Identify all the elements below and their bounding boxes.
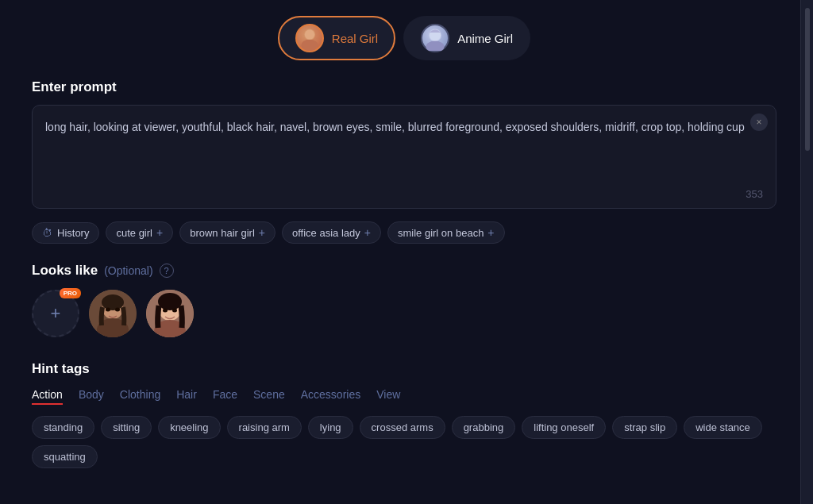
- hint-pills-row: standing sitting kneeling raising arm ly…: [32, 416, 776, 468]
- hint-pill-strap-slip[interactable]: strap slip: [612, 416, 677, 439]
- scrollbar[interactable]: [800, 0, 813, 504]
- hint-pill-lifting-oneself[interactable]: lifting oneself: [522, 416, 606, 439]
- tag-office-asia-label: office asia lady: [292, 227, 360, 239]
- tag-office-asia-plus: +: [364, 226, 371, 239]
- hint-category-hair[interactable]: Hair: [176, 388, 197, 405]
- real-girl-label: Real Girl: [332, 32, 378, 45]
- add-face-button[interactable]: PRO +: [32, 290, 79, 337]
- clock-icon: ⏱: [42, 227, 52, 239]
- char-count: 353: [45, 188, 763, 200]
- pro-badge: PRO: [60, 288, 81, 298]
- svg-point-10: [106, 308, 110, 312]
- tag-brown-hair-plus: +: [259, 226, 265, 239]
- svg-point-11: [115, 308, 120, 312]
- hint-pill-kneeling[interactable]: kneeling: [158, 416, 220, 439]
- history-tag[interactable]: ⏱ History: [32, 222, 99, 244]
- tag-cute-girl-label: cute girl: [116, 227, 152, 239]
- hint-category-clothing[interactable]: Clothing: [120, 388, 160, 405]
- looks-like-header: Looks like (Optional) ?: [32, 263, 776, 279]
- svg-point-16: [163, 309, 168, 313]
- hint-category-view[interactable]: View: [376, 388, 400, 405]
- tag-smile-girl-beach[interactable]: smile girl on beach +: [387, 221, 505, 244]
- looks-like-title: Looks like: [32, 263, 98, 279]
- hint-category-body[interactable]: Body: [79, 388, 104, 405]
- add-face-plus-icon: +: [51, 303, 61, 324]
- prompt-clear-button[interactable]: ×: [750, 113, 768, 131]
- svg-point-9: [102, 294, 124, 310]
- looks-like-optional: (Optional): [104, 264, 152, 277]
- hint-pill-wide-stance[interactable]: wide stance: [684, 416, 762, 439]
- svg-point-17: [172, 309, 177, 313]
- svg-point-15: [158, 293, 182, 310]
- tag-office-asia-lady[interactable]: office asia lady +: [282, 221, 381, 244]
- tag-brown-hair-label: brown hair girl: [190, 227, 255, 239]
- tag-smile-girl-label: smile girl on beach: [398, 227, 484, 239]
- tag-cute-girl[interactable]: cute girl +: [106, 221, 173, 244]
- hint-category-action[interactable]: Action: [32, 388, 63, 405]
- hint-category-face[interactable]: Face: [213, 388, 237, 405]
- svg-point-2: [305, 29, 314, 39]
- prompt-textarea[interactable]: long hair, looking at viewer, youthful, …: [45, 118, 763, 182]
- hint-pill-standing[interactable]: standing: [32, 416, 94, 439]
- tag-brown-hair-girl[interactable]: brown hair girl +: [179, 221, 275, 244]
- hint-pill-lying[interactable]: lying: [308, 416, 353, 439]
- tab-real-girl[interactable]: Real Girl: [278, 16, 395, 60]
- hint-pill-sitting[interactable]: sitting: [101, 416, 152, 439]
- scrollbar-thumb[interactable]: [805, 8, 810, 151]
- anime-girl-avatar: [421, 24, 449, 52]
- anime-girl-label: Anime Girl: [457, 32, 513, 45]
- history-label: History: [57, 227, 89, 239]
- hint-categories: Action Body Clothing Hair Face Scene Acc…: [32, 388, 776, 405]
- face-avatar-1[interactable]: [89, 290, 137, 337]
- prompt-section-title: Enter prompt: [32, 79, 776, 95]
- hint-pill-grabbing[interactable]: grabbing: [452, 416, 516, 439]
- hint-pill-raising-arm[interactable]: raising arm: [227, 416, 302, 439]
- prompt-container: × long hair, looking at viewer, youthful…: [32, 105, 776, 209]
- faces-row: PRO +: [32, 290, 776, 337]
- hint-pill-crossed-arms[interactable]: crossed arms: [360, 416, 445, 439]
- mode-tabs: Real Girl Anime Girl: [32, 16, 776, 60]
- svg-point-4: [426, 41, 445, 51]
- hint-pill-squatting[interactable]: squatting: [32, 445, 98, 468]
- help-icon[interactable]: ?: [160, 264, 174, 278]
- svg-point-1: [301, 40, 318, 51]
- real-girl-avatar: [295, 24, 324, 52]
- face-avatar-2[interactable]: [146, 290, 194, 337]
- hint-tags-title: Hint tags: [32, 361, 776, 377]
- tag-smile-girl-plus: +: [487, 226, 494, 239]
- tab-anime-girl[interactable]: Anime Girl: [403, 16, 530, 60]
- tag-cute-girl-plus: +: [156, 226, 163, 239]
- hint-category-accessories[interactable]: Accessories: [301, 388, 360, 405]
- tag-pills-row: ⏱ History cute girl + brown hair girl + …: [32, 221, 776, 244]
- hint-category-scene[interactable]: Scene: [253, 388, 285, 405]
